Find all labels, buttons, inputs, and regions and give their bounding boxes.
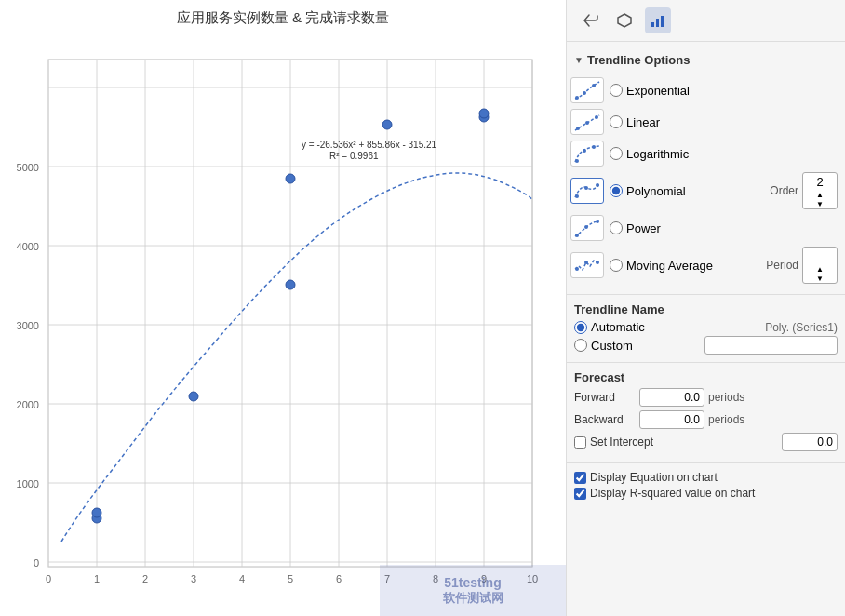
trendline-options-label: Trendline Options [587,53,691,67]
period-label: Period [766,259,798,272]
trendline-options-header[interactable]: ▼ Trendline Options [567,49,845,71]
svg-point-56 [595,115,598,119]
svg-text:3000: 3000 [17,320,39,331]
forward-unit: periods [708,391,744,404]
power-radio-label[interactable]: Power [610,221,838,235]
divider-3 [567,462,845,463]
watermark: 51testing 软件测试网 [380,565,566,616]
moving-average-icon [570,252,604,278]
svg-point-54 [576,127,580,130]
back-icon[interactable] [578,7,604,33]
svg-point-62 [596,183,599,187]
collapse-triangle: ▼ [574,55,583,65]
period-input[interactable] [806,248,834,264]
svg-text:5: 5 [288,573,293,584]
backward-unit: periods [708,413,744,426]
svg-point-40 [382,120,392,129]
linear-radio[interactable] [610,115,623,128]
svg-rect-47 [651,22,654,27]
automatic-radio-label[interactable]: Automatic [574,320,759,334]
chart-icon[interactable] [645,7,671,33]
logarithmic-radio[interactable] [610,147,623,160]
svg-text:1: 1 [94,573,100,584]
moving-average-radio-label[interactable]: Moving Average [610,259,760,273]
forward-label: Forward [574,391,639,404]
chart-container: 0 1000 2000 3000 4000 5000 [13,32,553,590]
power-label: Power [626,221,661,235]
svg-text:0: 0 [46,573,51,584]
svg-text:2: 2 [142,573,148,584]
svg-rect-48 [656,19,659,27]
polynomial-label: Polynomial [626,184,686,198]
shape-icon[interactable] [611,7,637,33]
toolbar [567,0,845,42]
svg-text:y = -26.536x² + 855.86x - 315.: y = -26.536x² + 855.86x - 315.21 [302,140,437,150]
order-up-button[interactable]: ▲ [803,190,837,199]
power-radio[interactable] [610,221,623,234]
watermark-line1: 51testing [444,575,501,590]
period-down-button[interactable]: ▼ [803,274,837,283]
exponential-radio-label[interactable]: Exponential [610,84,838,98]
svg-text:6: 6 [336,573,342,584]
intercept-label: Set Intercept [590,435,653,449]
automatic-name-radio[interactable] [574,321,587,334]
logarithmic-radio-label[interactable]: Logarithmic [610,147,838,161]
custom-radio-label[interactable]: Custom [574,339,699,353]
moving-average-radio[interactable] [610,259,623,272]
trendline-row-polynomial: Polynomial Order ▲ ▼ [567,169,845,212]
right-panel: ▼ Trendline Options Exponential [566,0,845,616]
backward-input[interactable] [639,410,704,429]
automatic-value: Poly. (Series1) [765,321,838,334]
custom-name-row: Custom [574,336,838,355]
moving-average-label: Moving Average [626,259,713,273]
svg-point-57 [575,159,579,163]
forecast-title: Forecast [574,370,838,384]
forward-input[interactable] [639,388,704,407]
linear-label: Linear [626,115,660,129]
display-rsquared-label: Display R-squared value on chart [590,487,755,500]
automatic-label: Automatic [591,320,759,334]
svg-point-64 [584,225,588,229]
display-equation-checkbox[interactable] [574,472,586,484]
trendline-options-list: Exponential Linear [567,71,845,290]
svg-point-55 [585,121,589,125]
forecast-section: Forecast Forward periods Backward period… [567,367,845,459]
svg-point-36 [92,508,101,517]
svg-text:3: 3 [191,573,196,584]
display-rsquared-checkbox[interactable] [574,488,586,500]
svg-text:2000: 2000 [17,399,39,410]
polynomial-radio[interactable] [610,184,623,197]
power-icon [570,215,604,241]
svg-text:0: 0 [34,557,39,569]
custom-name-input[interactable] [704,336,838,355]
svg-point-51 [583,91,586,95]
svg-point-52 [592,84,596,87]
intercept-checkbox[interactable] [574,436,586,449]
linear-radio-label[interactable]: Linear [610,115,838,129]
exponential-radio[interactable] [610,84,623,97]
polynomial-radio-label[interactable]: Polynomial [610,184,764,198]
svg-point-59 [592,145,596,149]
order-input[interactable] [806,173,834,190]
period-up-button[interactable]: ▲ [803,264,837,274]
backward-label: Backward [574,413,639,426]
svg-point-61 [584,186,588,190]
watermark-line2: 软件测试网 [443,590,503,607]
trendline-row-linear: Linear [567,106,845,138]
svg-point-60 [575,194,579,198]
panel-content: ▼ Trendline Options Exponential [567,42,845,616]
trendline-row-logarithmic: Logarithmic [567,138,845,169]
svg-point-65 [596,220,599,223]
order-down-button[interactable]: ▼ [803,199,837,208]
intercept-input[interactable] [782,433,838,451]
custom-name-radio[interactable] [574,339,587,352]
svg-point-38 [286,280,295,289]
logarithmic-label: Logarithmic [626,147,689,161]
svg-rect-49 [661,16,664,27]
svg-point-50 [575,96,579,100]
trendline-name-section: Trendline Name Automatic Poly. (Series1)… [567,299,845,358]
exponential-icon [570,77,604,103]
trendline-row-exponential: Exponential [567,74,845,106]
chart-title: 应用服务实例数量 & 完成请求数量 [177,9,389,27]
svg-point-68 [596,261,599,264]
